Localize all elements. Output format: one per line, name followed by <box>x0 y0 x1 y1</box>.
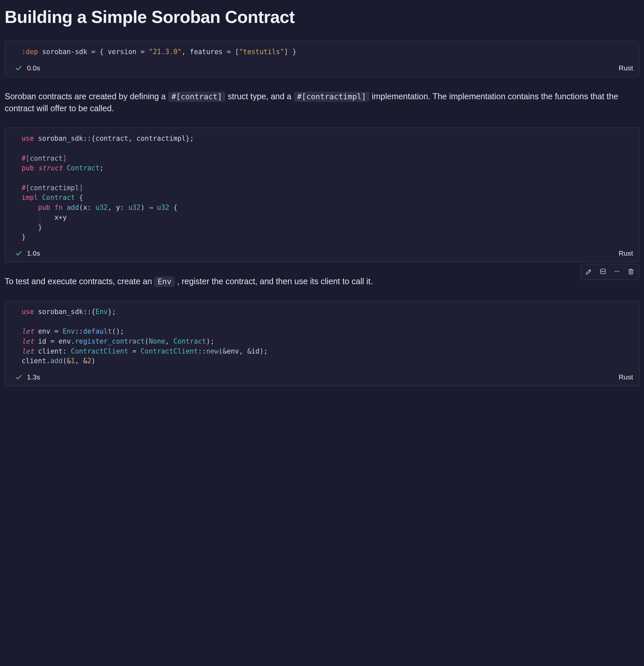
prose-text: , register the contract, and then use it… <box>177 277 373 286</box>
elapsed-time: 1.3s <box>27 372 40 382</box>
split-button[interactable] <box>596 266 610 278</box>
more-icon <box>613 268 621 276</box>
svg-point-4 <box>618 271 619 272</box>
svg-point-2 <box>614 271 615 272</box>
elapsed-time: 0.0s <box>27 63 40 73</box>
cell-toolbar <box>580 264 639 280</box>
prose-paragraph: Soroban contracts are created by definin… <box>5 90 639 115</box>
edit-button[interactable] <box>582 266 596 278</box>
split-icon <box>599 268 607 276</box>
trash-icon <box>627 268 634 276</box>
inline-code: Env <box>154 277 175 287</box>
elapsed-time: 1.0s <box>27 248 40 258</box>
code-cell[interactable]: use soroban_sdk::{Env}; let env = Env::d… <box>5 301 639 386</box>
pencil-icon <box>586 268 593 276</box>
cell-language: Rust <box>619 372 633 382</box>
cell-footer: 1.0s Rust <box>5 247 639 262</box>
svg-point-3 <box>616 271 617 272</box>
prose-text: Soroban contracts are created by definin… <box>5 92 168 101</box>
cell-language: Rust <box>619 248 633 258</box>
code-block[interactable]: :dep soroban-sdk = { version = "21.3.0",… <box>5 41 639 62</box>
code-cell[interactable]: use soroban_sdk::{contract, contractimpl… <box>5 127 639 262</box>
cell-language: Rust <box>619 63 633 73</box>
check-icon <box>15 373 22 381</box>
more-button[interactable] <box>610 266 624 278</box>
delete-button[interactable] <box>624 266 638 278</box>
code-block[interactable]: use soroban_sdk::{contract, contractimpl… <box>5 128 639 247</box>
prose-text: To test and execute contracts, create an <box>5 277 154 286</box>
prose-paragraph: To test and execute contracts, create an… <box>5 275 639 287</box>
inline-code: #[contractimpl] <box>294 92 370 102</box>
code-cell[interactable]: :dep soroban-sdk = { version = "21.3.0",… <box>5 41 639 77</box>
code-block[interactable]: use soroban_sdk::{Env}; let env = Env::d… <box>5 301 639 371</box>
cell-footer: 0.0s Rust <box>5 62 639 76</box>
cell-footer: 1.3s Rust <box>5 371 639 385</box>
check-icon <box>15 250 22 257</box>
check-icon <box>15 65 22 72</box>
page-title: Building a Simple Soroban Contract <box>5 5 639 30</box>
prose-text: struct type, and a <box>227 92 294 101</box>
inline-code: #[contract] <box>168 92 225 102</box>
